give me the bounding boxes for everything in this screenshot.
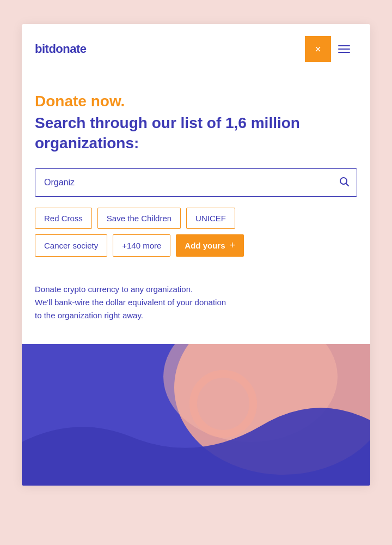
- menu-line-1: [338, 45, 350, 46]
- header: bitdonate ×: [22, 24, 370, 74]
- tag-save-children[interactable]: Save the Children: [97, 208, 181, 229]
- description-line-2: We'll bank-wire the dollar equivalent of…: [35, 296, 357, 309]
- close-button[interactable]: ×: [305, 36, 331, 62]
- tag-red-cross[interactable]: Red Cross: [35, 208, 92, 229]
- logo: bitdonate: [35, 42, 87, 56]
- tags-row-1: Red Cross Save the Children UNICEF: [35, 208, 357, 229]
- tag-unicef[interactable]: UNICEF: [186, 208, 235, 229]
- menu-button[interactable]: [331, 36, 357, 62]
- close-icon: ×: [315, 43, 321, 56]
- search-input[interactable]: [35, 168, 357, 197]
- content-area: Donate now. Search through our list of 1…: [22, 74, 370, 344]
- tag-more[interactable]: +140 more: [113, 234, 170, 257]
- description-text: Donate crypto currency to any organizati…: [35, 283, 357, 322]
- wave-svg: [22, 344, 370, 486]
- search-container: [35, 168, 357, 197]
- donate-headline: Donate now.: [35, 92, 357, 111]
- description-line-3: to the organization right away.: [35, 309, 357, 322]
- description-line-1: Donate crypto currency to any organizati…: [35, 283, 357, 296]
- main-card: bitdonate × Donate now. Search through o…: [22, 24, 370, 486]
- menu-line-3: [338, 52, 350, 53]
- plus-icon: +: [230, 240, 236, 251]
- tags-row-2: Cancer society +140 more Add yours +: [35, 234, 357, 257]
- add-yours-button[interactable]: Add yours +: [176, 234, 244, 257]
- illustration-area: [22, 344, 370, 486]
- header-actions: ×: [305, 36, 357, 62]
- search-headline: Search through our list of 1,6 million o…: [35, 113, 357, 153]
- tag-cancer-society[interactable]: Cancer society: [35, 234, 107, 257]
- menu-line-2: [338, 49, 350, 50]
- add-yours-label: Add yours: [185, 241, 225, 250]
